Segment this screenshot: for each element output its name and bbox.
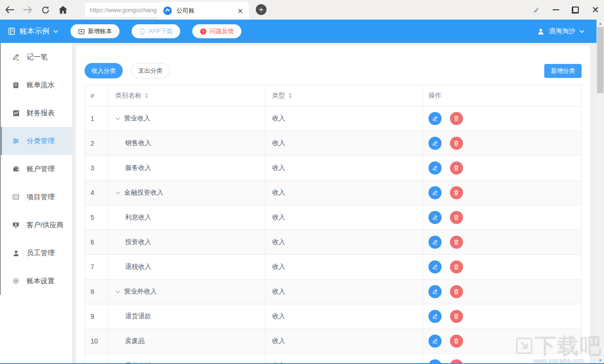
add-ledger-icon [78,28,85,35]
row-actions [423,329,582,354]
edit-button[interactable] [428,186,442,199]
sidebar-item-customer-supplier[interactable]: 客户/供应商 [0,211,72,239]
app-header: 账本示例 新增账本 APP下载 ? 问题反馈 浪海淘沙 [0,20,604,43]
svg-text:?: ? [202,29,204,34]
delete-button[interactable] [450,335,463,348]
browser-chrome: https://www.gongsizhang.c 公司账 ✕ + ✕ [0,0,604,20]
delete-button[interactable] [450,310,463,323]
sidebar-item-financial-report[interactable]: 财务报表 [0,99,72,127]
scroll-up-icon[interactable]: ▲ [597,20,604,27]
row-actions [423,106,582,131]
table-row: 11 意外来钱 收入 [85,354,582,364]
category-tabs: 收入分类 支出分类 新增分类 [84,63,582,78]
delete-button[interactable] [450,211,463,224]
sidebar-item-category-management[interactable]: 分类管理 [0,127,72,155]
ledger-name: 账本示例 [20,27,49,36]
report-chart-icon [12,109,20,117]
delete-button[interactable] [450,112,463,125]
edit-button[interactable] [428,211,442,224]
table-row: 3 服务收入 收入 [85,156,582,181]
monitor-user-icon [12,221,20,229]
user-icon [537,28,545,35]
edit-button[interactable] [428,285,442,298]
delete-button[interactable] [450,186,463,199]
feedback-question-icon: ? [200,28,207,35]
category-type: 收入 [266,255,423,280]
row-actions [423,354,582,364]
sidebar-item-employee-management[interactable]: 员工管理 [0,239,72,267]
row-actions [423,230,582,255]
gear-icon [12,277,20,285]
edit-button[interactable] [428,335,442,348]
sidebar-item-record[interactable]: 记一笔 [0,43,72,71]
back-icon[interactable] [5,5,15,15]
minimize-icon[interactable] [553,9,559,10]
edit-button[interactable] [428,161,442,175]
sort-carets-icon[interactable] [145,93,148,98]
feedback-button[interactable]: ? 问题反馈 [192,24,241,38]
restore-icon[interactable] [572,7,578,13]
add-category-button[interactable]: 新增分类 [544,64,582,78]
ledger-selector[interactable]: 账本示例 [7,27,58,36]
delete-button[interactable] [450,285,463,298]
refresh-icon[interactable] [40,5,50,15]
row-index: 9 [85,304,108,329]
tab-expense-category[interactable]: 支出分类 [131,63,170,78]
project-card-icon [12,193,20,201]
app-download-button[interactable]: APP下载 [132,24,180,38]
chevron-down-icon [579,30,584,33]
user-menu[interactable]: 浪海淘沙 [537,27,584,35]
sort-carets-icon[interactable] [288,93,292,98]
chevron-down-icon[interactable] [115,191,120,195]
wallet-icon [12,165,20,173]
category-type: 收入 [266,156,423,181]
category-type: 收入 [266,354,423,364]
sidebar-item-account-management[interactable]: 账户管理 [0,155,72,183]
home-icon[interactable] [58,5,68,15]
forward-icon[interactable] [22,5,33,15]
address-bar[interactable]: https://www.gongsizhang.c [85,3,162,17]
pin-icon[interactable] [532,6,540,14]
category-name: 金融投资收入 [124,189,163,197]
header-category-name[interactable]: 类别名称 [108,85,266,106]
browser-tab[interactable]: 公司账 ✕ [157,2,249,20]
edit-button[interactable] [428,310,442,323]
tab-close-icon[interactable]: ✕ [237,7,243,14]
delete-button[interactable] [450,236,463,249]
person-icon [12,249,20,257]
ledger-book-icon [7,27,16,35]
edit-button[interactable] [428,236,442,249]
edit-button[interactable] [428,112,442,125]
edit-button[interactable] [428,137,442,150]
favicon [163,6,172,15]
category-type: 收入 [266,106,423,131]
header-type[interactable]: 类型 [266,85,423,106]
close-icon[interactable]: ✕ [591,5,599,14]
delete-button[interactable] [450,161,463,175]
new-tab-button[interactable]: + [256,4,267,15]
category-type: 收入 [266,280,423,304]
page-scrollbar[interactable]: ▲ ▼ [597,20,604,364]
row-actions [423,205,582,230]
category-name: 服务收入 [115,164,151,172]
url-text: https://www.gongsizhang.c [90,7,162,14]
tab-income-category[interactable]: 收入分类 [84,63,123,78]
add-ledger-button[interactable]: 新增账本 [70,24,119,38]
table-row: 10 卖废品 收入 [85,329,582,354]
sidebar-item-bill-flow[interactable]: 账单流水 [0,71,72,99]
delete-button[interactable] [450,260,463,273]
category-type: 收入 [266,205,423,230]
row-actions [423,156,582,181]
category-type: 收入 [266,329,423,354]
category-name: 退货退款 [115,312,151,321]
chevron-down-icon[interactable] [115,290,120,294]
row-index: 5 [85,205,108,230]
scrollbar-thumb[interactable] [597,27,604,93]
table-row: 2 销售收入 收入 [85,131,582,156]
category-name: 退税收入 [115,263,151,271]
delete-button[interactable] [450,137,463,150]
edit-button[interactable] [428,260,442,273]
chevron-down-icon[interactable] [115,117,120,120]
sidebar-item-project-management[interactable]: 项目管理 [0,183,72,211]
sidebar-item-ledger-settings[interactable]: 账本设置 [0,267,72,295]
